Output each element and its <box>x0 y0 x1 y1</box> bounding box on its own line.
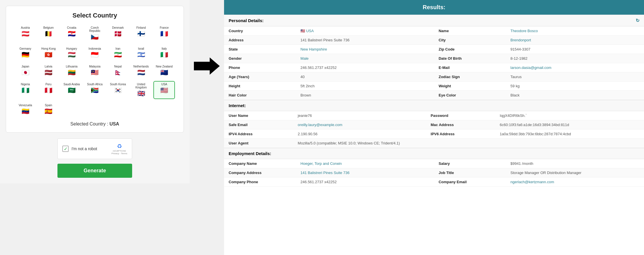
flag-belgium: 🇧🇪 <box>43 30 54 38</box>
row-value: 141 Balistreri Pines Suite 736 <box>296 168 434 177</box>
country-item-spain[interactable]: Spain 🇪🇸 <box>38 102 59 117</box>
country-item-croatia[interactable]: Croatia 🇭🇷 <box>61 24 82 42</box>
table-row: Country 🇺🇸 USA Name Theodore Bosco <box>224 26 644 36</box>
flag-japan: 🇯🇵 <box>20 69 31 76</box>
country-name-southkorea: South Korea <box>110 83 126 86</box>
country-name-latvia: Latvia <box>45 65 53 68</box>
table-row: Safe Email oreilly.laury@example.com Mac… <box>224 120 644 130</box>
country-name-netherlands: Netherlands <box>133 65 149 68</box>
row-label2: Zip Code <box>434 45 506 54</box>
flag-newzealand: 🇳🇿 <box>159 69 170 76</box>
refresh-icon[interactable]: ↻ <box>636 18 639 23</box>
flag-spain: 🇪🇸 <box>43 108 54 115</box>
row-label2: Job Title <box>434 168 506 177</box>
country-item-saudiarabia[interactable]: Saudi Arabia 🇸🇦 <box>61 81 82 99</box>
country-item-iran[interactable]: Iran 🇮🇷 <box>107 45 129 60</box>
row-label2: City <box>434 36 506 45</box>
country-item-uk[interactable]: United Kingdom 🇬🇧 <box>130 81 152 99</box>
country-name-hungary: Hungary <box>66 47 77 50</box>
flag-southafrica: 🇿🇦 <box>89 87 101 94</box>
table-row: Gender Male Date Of Birth 8-12-1982 <box>224 54 644 63</box>
row-label: User Agent <box>224 139 293 148</box>
table-row: State New Hampshire Zip Code 91544-3307 <box>224 45 644 54</box>
country-item-latvia[interactable]: Latvia 🇱🇻 <box>38 63 59 78</box>
country-item-venezuela[interactable]: Venezuela 🇻🇪 <box>15 102 36 117</box>
country-item-japan[interactable]: Japan 🇯🇵 <box>15 63 36 78</box>
country-name-malaysia: Malaysia <box>89 65 100 68</box>
row-label: Gender <box>224 54 296 63</box>
country-item-southafrica[interactable]: South Africa 🇿🇦 <box>84 81 106 99</box>
country-item-hungary[interactable]: Hungary 🇭🇺 <box>61 45 82 60</box>
flag-france: 🇫🇷 <box>159 30 170 38</box>
country-item-malaysia[interactable]: Malaysia 🇲🇾 <box>84 63 106 78</box>
country-name-saudiarabia: Saudi Arabia <box>63 83 80 86</box>
generate-button[interactable]: Generate <box>57 164 132 178</box>
row-label: Country <box>224 26 296 36</box>
flag-nigeria: 🇳🇬 <box>20 87 31 94</box>
flag-israel: 🇮🇱 <box>135 51 147 59</box>
row-label: IPV4 Address <box>224 130 293 139</box>
country-item-usa[interactable]: USA 🇺🇸 <box>153 81 175 99</box>
row-label2: IPV6 Address <box>426 130 495 139</box>
country-item-italy[interactable]: Italy 🇮🇹 <box>153 45 175 60</box>
country-item-finland[interactable]: Finland 🇫🇮 <box>130 24 152 42</box>
row-value: 141 Balistreri Pines Suite 736 <box>296 36 434 45</box>
country-item-lithuania[interactable]: Lithuania 🇱🇹 <box>61 63 82 78</box>
table-row: Age (Years) 40 Zodiac Sign Taurus <box>224 72 644 82</box>
country-item-israel[interactable]: Israil 🇮🇱 <box>130 45 152 60</box>
country-item-denmark[interactable]: Denmark 🇩🇰 <box>107 24 129 42</box>
table-row: Phone 246.561.2737 x42252 E-Mail larson.… <box>224 63 644 72</box>
country-item-southkorea[interactable]: South Korea 🇰🇷 <box>107 81 129 99</box>
row-value: 2.190.90.56 <box>293 130 426 139</box>
country-name-denmark: Denmark <box>112 26 124 29</box>
row-value: jeanie76 <box>293 111 426 120</box>
flag-saudiarabia: 🇸🇦 <box>66 87 77 94</box>
country-item-nigeria[interactable]: Nigeria 🇳🇬 <box>15 81 36 99</box>
country-item-newzealand[interactable]: New Zealand 🇳🇿 <box>153 63 175 78</box>
flag-usa: 🇺🇸 <box>159 87 170 94</box>
select-country-title: Select Country <box>15 12 175 19</box>
country-item-nepal[interactable]: Nepal 🇳🇵 <box>107 63 129 78</box>
row-value2: 1a0a:59dd:3bb:793e:6bbc:287d:7874:4cbd <box>495 130 644 139</box>
country-item-czech[interactable]: Czech Republic 🇨🇿 <box>84 24 106 42</box>
row-label2: E-Mail <box>434 63 506 72</box>
country-name-lithuania: Lithuania <box>66 65 78 68</box>
flag-iran: 🇮🇷 <box>112 51 124 59</box>
country-item-peru[interactable]: Peru 🇵🇪 <box>38 81 59 99</box>
table-row: User Agent Mozilla/5.0 (compatible; MSIE… <box>224 139 644 148</box>
country-item-germany[interactable]: Germany 🇩🇪 <box>15 45 36 60</box>
country-item-austria[interactable]: Austria 🇦🇹 <box>15 24 36 42</box>
recaptcha-brand: reCAPTCHA <box>113 150 126 152</box>
row-label2: Mac Address <box>426 120 495 130</box>
flag-croatia: 🇭🇷 <box>66 30 77 38</box>
country-item-france[interactable]: France 🇫🇷 <box>153 24 175 42</box>
selected-country-name: USA <box>109 121 119 126</box>
country-name-spain: Spain <box>45 104 52 107</box>
captcha-checkbox[interactable]: ✓ <box>62 146 69 152</box>
svg-marker-0 <box>194 57 220 75</box>
employment-header: Employment Details: <box>224 148 644 159</box>
row-value2: Black <box>506 91 644 100</box>
country-name-germany: Germany <box>20 47 31 50</box>
employment-table: Company Name Hoeger, Torp and Corwin Sal… <box>224 159 644 187</box>
recaptcha-sub: Privacy - Terms <box>111 152 127 155</box>
row-label2: Company Email <box>434 177 506 187</box>
country-name-venezuela: Venezuela <box>19 104 32 107</box>
flag-germany: 🇩🇪 <box>20 51 31 59</box>
flag-nepal: 🇳🇵 <box>112 69 124 76</box>
country-name-southafrica: South Africa <box>87 83 103 86</box>
captcha-box[interactable]: ✓ I'm not a robot ♻ reCAPTCHA Privacy - … <box>57 138 132 159</box>
table-row: Height 5ft 2inch Weight 59 kg <box>224 82 644 91</box>
country-name-nepal: Nepal <box>114 65 122 68</box>
country-name-japan: Japan <box>22 65 29 68</box>
table-row: Address 141 Balistreri Pines Suite 736 C… <box>224 36 644 45</box>
country-item-hongkong[interactable]: Hong Kong 🇭🇰 <box>38 45 59 60</box>
internet-table: User Name jeanie76 Password IqgX4DIR6kSh… <box>224 111 644 148</box>
country-item-indonesia[interactable]: Indonesia 🇮🇩 <box>84 45 106 60</box>
captcha-left: ✓ I'm not a robot <box>62 146 97 152</box>
country-item-netherlands[interactable]: Netherlands 🇳🇱 <box>130 63 152 78</box>
row-value: 40 <box>296 72 434 82</box>
country-item-belgium[interactable]: Belgium 🇧🇪 <box>38 24 59 42</box>
flag-lithuania: 🇱🇹 <box>66 69 77 76</box>
row-label2: Zodiac Sign <box>434 72 506 82</box>
